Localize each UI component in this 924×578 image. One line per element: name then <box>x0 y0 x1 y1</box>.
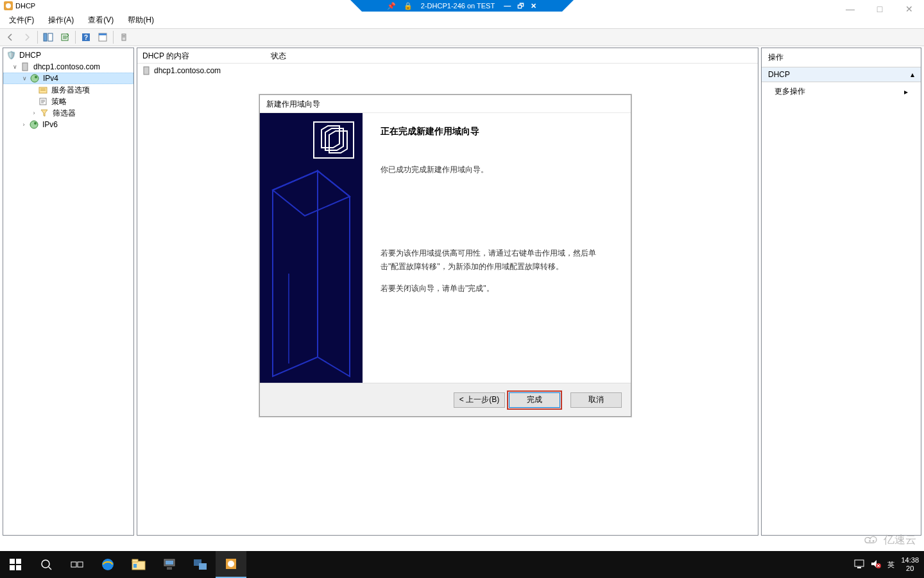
mmc-titlebar: DHCP <box>4 0 35 12</box>
menu-view[interactable]: 查看(V) <box>85 13 116 27</box>
export-list-button[interactable] <box>57 30 73 44</box>
tree-node-ipv4[interactable]: ∨ IPv4 <box>3 73 133 84</box>
svg-rect-26 <box>10 559 15 564</box>
svg-rect-29 <box>16 565 21 570</box>
show-hide-tree-button[interactable] <box>40 30 56 44</box>
tray-network-icon[interactable] <box>854 559 864 570</box>
tree-node-dhcp[interactable]: 🛡️ DHCP <box>3 49 133 61</box>
clock-year: 20 <box>901 565 919 573</box>
expand-toggle-icon[interactable]: ∨ <box>11 64 19 70</box>
svg-rect-37 <box>133 564 137 568</box>
actions-section-header[interactable]: DHCP ▴ <box>762 67 921 82</box>
vm-trapezoid: 📌 🔒 2-DHCP1-246 on TEST — 🗗 ✕ <box>362 0 562 12</box>
back-button[interactable]: < 上一步(B) <box>454 392 505 408</box>
toolbar-separator <box>113 31 114 44</box>
tree-node-ipv6[interactable]: › IPv6 <box>3 119 133 130</box>
svg-rect-19 <box>144 67 149 74</box>
column-state[interactable]: 状态 <box>266 48 291 63</box>
nav-forward-button[interactable] <box>19 30 35 44</box>
ie-button[interactable] <box>92 551 123 578</box>
svg-rect-6 <box>99 33 107 35</box>
tree-root: 🛡️ DHCP ∨ dhcp1.contoso.com ∨ IPv4 服务器选项… <box>3 48 133 132</box>
svg-rect-42 <box>199 563 207 570</box>
column-name[interactable]: DHCP 的内容 <box>137 48 266 63</box>
content-header: DHCP 的内容 状态 <box>137 48 758 64</box>
list-item[interactable]: dhcp1.contoso.com <box>139 65 757 76</box>
vm-title: 2-DHCP1-246 on TEST <box>421 2 495 10</box>
actions-more-label: 更多操作 <box>774 86 805 97</box>
svg-rect-14 <box>40 89 46 89</box>
vm-restore-button[interactable]: 🗗 <box>517 2 524 10</box>
tree-node-policies[interactable]: 策略 <box>3 96 133 107</box>
wizard-title: 新建作用域向导 <box>260 95 631 113</box>
dhcp-server-button[interactable] <box>116 30 132 44</box>
wizard-line3: 若要关闭该向导，请单击"完成"。 <box>381 282 613 295</box>
server-manager-button[interactable] <box>154 551 185 578</box>
tray-ime[interactable]: 英 <box>887 560 894 570</box>
tree-node-server-options[interactable]: 服务器选项 <box>3 84 133 96</box>
tray-volume-icon[interactable] <box>871 559 881 570</box>
tree-node-server[interactable]: ∨ dhcp1.contoso.com <box>3 61 133 73</box>
actions-section-label: DHCP <box>768 70 790 79</box>
wizard-line2: 若要为该作用域提供高可用性，请通过右键单击作用域，然后单击"配置故障转移"，为新… <box>381 247 613 273</box>
nav-back-button[interactable] <box>3 30 18 44</box>
finish-button[interactable]: 完成 <box>509 392 560 408</box>
pin-icon[interactable]: 📌 <box>388 2 395 10</box>
hyperv-button[interactable] <box>185 551 216 578</box>
wizard-text: 正在完成新建作用域向导 你已成功完成新建作用域向导。 若要为该作用域提供高可用性… <box>363 113 631 383</box>
menubar: 文件(F) 操作(A) 查看(V) 帮助(H) <box>0 13 924 27</box>
tray-clock[interactable]: 14:38 20 <box>901 556 919 573</box>
svg-rect-8 <box>123 35 125 36</box>
tree-node-filters[interactable]: › 筛选器 <box>3 107 133 119</box>
actions-more[interactable]: 更多操作 ▸ <box>762 82 921 101</box>
content-panel: DHCP 的内容 状态 dhcp1.contoso.com 新建作用域向导 <box>137 48 758 536</box>
ipv4-icon <box>30 74 40 83</box>
vm-close-button[interactable]: ✕ <box>531 2 536 10</box>
svg-point-51 <box>869 540 871 542</box>
start-button[interactable] <box>0 551 31 578</box>
svg-rect-10 <box>22 63 28 71</box>
wizard-art <box>260 113 363 383</box>
tree-panel: 🛡️ DHCP ∨ dhcp1.contoso.com ∨ IPv4 服务器选项… <box>3 48 134 536</box>
menu-action[interactable]: 操作(A) <box>46 13 76 27</box>
menu-help[interactable]: 帮助(H) <box>125 13 157 27</box>
options-icon <box>38 85 48 94</box>
dhcp-icon <box>4 1 13 10</box>
toolbar-separator <box>37 31 38 44</box>
svg-rect-39 <box>167 567 172 570</box>
actions-panel: 操作 DHCP ▴ 更多操作 ▸ <box>761 48 921 536</box>
expand-toggle-icon[interactable]: › <box>20 121 28 128</box>
cancel-button[interactable]: 取消 <box>570 392 622 408</box>
svg-rect-0 <box>44 33 47 41</box>
expand-toggle-icon[interactable]: › <box>30 110 38 116</box>
vm-window-controls: — 🗗 ✕ <box>504 2 536 10</box>
vm-minimize-button[interactable]: — <box>504 2 511 10</box>
svg-line-31 <box>49 567 51 570</box>
wizard-heading: 正在完成新建作用域向导 <box>381 126 613 137</box>
svg-rect-36 <box>132 559 138 562</box>
dhcp-button[interactable] <box>216 551 246 578</box>
task-view-button[interactable] <box>62 551 92 578</box>
filters-icon <box>39 109 49 118</box>
lock-icon[interactable]: 🔒 <box>404 2 412 10</box>
content-body: dhcp1.contoso.com <box>137 64 758 78</box>
policies-icon <box>38 97 48 106</box>
svg-point-18 <box>34 122 37 125</box>
actions-title: 操作 <box>762 48 921 67</box>
search-button[interactable] <box>31 551 62 578</box>
explorer-button[interactable] <box>123 551 154 578</box>
svg-rect-20 <box>260 113 363 383</box>
menu-file[interactable]: 文件(F) <box>6 13 37 27</box>
list-item-label: dhcp1.contoso.com <box>154 66 221 75</box>
properties-button[interactable] <box>95 30 110 44</box>
main-area: 🛡️ DHCP ∨ dhcp1.contoso.com ∨ IPv4 服务器选项… <box>3 48 921 536</box>
svg-point-12 <box>35 76 37 78</box>
expand-toggle-icon[interactable]: ∨ <box>21 75 28 82</box>
collapse-icon[interactable]: ▴ <box>911 70 914 79</box>
clock-time: 14:38 <box>901 556 919 565</box>
svg-rect-33 <box>78 562 83 567</box>
svg-rect-40 <box>166 561 173 565</box>
svg-rect-45 <box>855 560 864 566</box>
help-button[interactable]: ? <box>78 30 94 44</box>
mmc-title: DHCP <box>15 2 35 10</box>
